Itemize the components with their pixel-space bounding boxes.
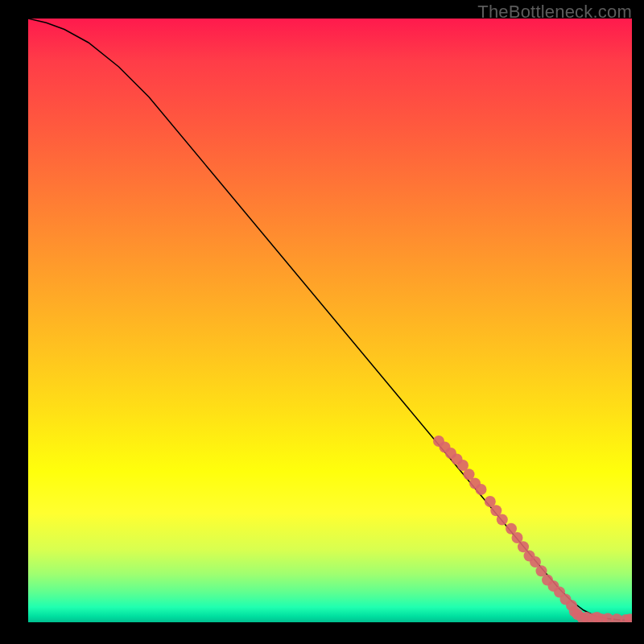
data-point <box>621 614 632 622</box>
data-point <box>592 612 603 622</box>
data-point <box>560 594 572 605</box>
data-curve <box>28 19 632 621</box>
data-point <box>524 551 535 562</box>
data-point <box>464 469 475 480</box>
data-point <box>433 436 444 447</box>
data-point <box>597 613 608 622</box>
data-point <box>611 613 622 622</box>
data-point <box>554 587 565 598</box>
data-point <box>566 600 577 611</box>
chart-svg <box>28 19 632 622</box>
data-point <box>497 514 508 526</box>
data-point <box>569 606 580 617</box>
data-point <box>452 454 463 465</box>
data-point <box>485 496 496 507</box>
data-point <box>625 613 632 622</box>
data-point <box>457 460 469 471</box>
data-point <box>587 613 598 623</box>
data-point <box>577 613 588 622</box>
data-point <box>536 565 547 576</box>
data-point <box>548 580 559 592</box>
data-point <box>476 484 487 495</box>
watermark-text: TheBottleneck.com <box>477 2 632 23</box>
data-point <box>512 532 523 543</box>
data-point <box>506 523 517 535</box>
data-points <box>433 436 632 622</box>
data-point <box>581 612 592 622</box>
data-point <box>440 442 451 453</box>
data-point <box>542 575 553 586</box>
data-point <box>490 505 502 516</box>
data-point <box>445 448 456 459</box>
root: TheBottleneck.com <box>0 0 644 644</box>
data-point <box>572 609 584 620</box>
data-point <box>469 478 481 489</box>
data-point <box>530 556 541 568</box>
data-point <box>518 541 529 552</box>
data-point <box>602 613 613 623</box>
chart-plot-area <box>28 19 632 622</box>
